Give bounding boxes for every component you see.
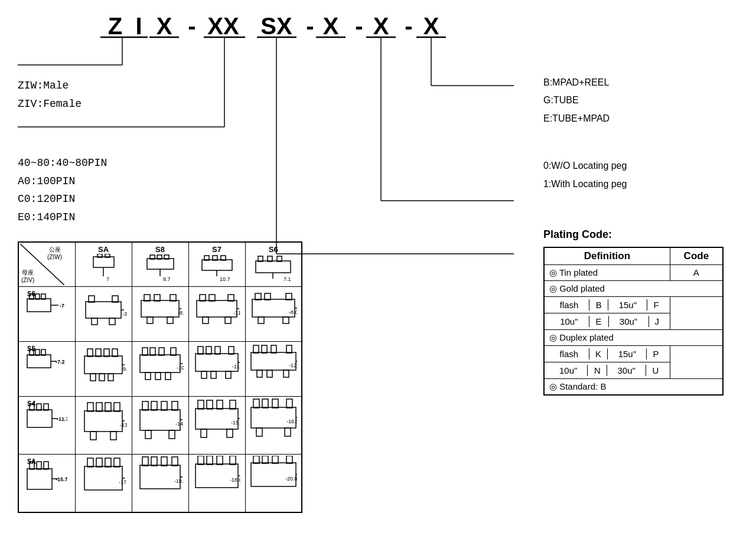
plating-row-gold-10u: 10u" E 30u" J bbox=[544, 313, 723, 329]
svg-rect-196 bbox=[140, 465, 180, 489]
cell-s4-s7: -15.0 bbox=[188, 396, 245, 454]
svg-rect-89 bbox=[283, 317, 289, 323]
svg-rect-193 bbox=[114, 458, 120, 467]
svg-text:-15.0: -15.0 bbox=[231, 420, 240, 426]
svg-rect-207 bbox=[230, 456, 236, 465]
svg-rect-173 bbox=[251, 407, 296, 428]
svg-rect-110 bbox=[142, 348, 148, 355]
svg-text:-8.0: -8.0 bbox=[178, 310, 184, 316]
plating-duplex-10u-def: 10u" N 30u" U bbox=[544, 362, 670, 378]
plating-standard-label: ◎ Standard: B bbox=[544, 378, 723, 395]
svg-text:-18.0: -18.0 bbox=[174, 478, 184, 484]
svg-rect-204 bbox=[198, 456, 204, 465]
cell-s6-s6: -8.0 bbox=[245, 286, 302, 341]
svg-rect-140 bbox=[27, 410, 52, 427]
svg-rect-88 bbox=[258, 317, 264, 323]
svg-rect-168 bbox=[230, 400, 236, 409]
svg-text:-15.7: -15.7 bbox=[56, 476, 67, 482]
svg-rect-73 bbox=[167, 317, 173, 323]
svg-rect-65 bbox=[109, 318, 115, 325]
svg-rect-125 bbox=[211, 371, 216, 378]
plating-gold-10u-def: 10u" E 30u" J bbox=[544, 313, 670, 329]
plating-table: Definition Code ◎ Tin plated A ◎ Gold pl… bbox=[543, 247, 724, 396]
plating-row-gold-flash: flash B 15u" F bbox=[544, 296, 723, 313]
plating-row-duplex-10u: 10u" N 30u" U bbox=[544, 362, 723, 378]
locating-section: 0:W/O Locating peg 1:With Locating peg bbox=[543, 157, 744, 193]
svg-rect-164 bbox=[195, 409, 238, 429]
svg-rect-36 bbox=[147, 259, 174, 269]
svg-rect-199 bbox=[161, 457, 167, 466]
svg-rect-113 bbox=[171, 348, 176, 355]
corner-top-label: 公座(ZIW) bbox=[47, 246, 62, 260]
svg-rect-115 bbox=[155, 372, 161, 380]
plating-gold-flash-def: flash B 15u" F bbox=[544, 296, 670, 313]
plating-row-standard: ◎ Standard: B bbox=[544, 378, 723, 395]
svg-rect-158 bbox=[161, 401, 167, 410]
svg-text:Z: Z bbox=[108, 13, 122, 39]
svg-rect-191 bbox=[96, 458, 102, 467]
cell-s6-s8: -8.0 bbox=[132, 286, 188, 341]
svg-rect-111 bbox=[150, 348, 155, 355]
table-row-sa: SA -15.7 bbox=[18, 454, 302, 512]
svg-rect-190 bbox=[87, 458, 93, 467]
svg-text:-11.0: -11.0 bbox=[232, 364, 240, 370]
svg-text:X: X bbox=[157, 13, 172, 39]
svg-rect-136 bbox=[284, 370, 289, 377]
cell-s5-sa: -9.0 bbox=[75, 341, 132, 396]
svg-text:8.7: 8.7 bbox=[163, 276, 171, 282]
svg-rect-81 bbox=[225, 317, 231, 323]
plating-tin-label: ◎ Tin plated bbox=[544, 264, 670, 280]
svg-rect-72 bbox=[147, 317, 153, 323]
svg-text:-3.0: -3.0 bbox=[122, 311, 127, 317]
svg-text:-: - bbox=[355, 13, 363, 39]
svg-rect-130 bbox=[253, 345, 259, 353]
svg-text:-: - bbox=[188, 13, 195, 39]
ziw-female-label: ZIV:Female bbox=[18, 95, 331, 113]
svg-rect-116 bbox=[165, 372, 171, 380]
svg-rect-126 bbox=[226, 371, 231, 378]
svg-rect-160 bbox=[145, 430, 151, 439]
svg-text:7.1: 7.1 bbox=[284, 276, 291, 282]
svg-text:-14.0: -14.0 bbox=[175, 421, 184, 427]
svg-text:-10.0: -10.0 bbox=[177, 365, 184, 371]
svg-text:SA: SA bbox=[27, 458, 36, 466]
svg-rect-103 bbox=[112, 349, 118, 357]
svg-rect-48 bbox=[256, 261, 291, 273]
svg-text:X: X bbox=[423, 13, 439, 39]
svg-text:SX: SX bbox=[260, 13, 292, 39]
cell-sa-s6: -20.0 bbox=[245, 454, 302, 512]
svg-rect-177 bbox=[286, 399, 292, 408]
svg-rect-131 bbox=[262, 345, 267, 353]
svg-rect-93 bbox=[27, 355, 51, 368]
svg-text:-13.0: -13.0 bbox=[120, 422, 127, 428]
svg-rect-174 bbox=[253, 399, 259, 408]
svg-rect-133 bbox=[286, 345, 292, 353]
svg-rect-198 bbox=[151, 457, 157, 466]
col-header-sa: SA 7 bbox=[75, 242, 132, 287]
svg-rect-189 bbox=[84, 466, 122, 490]
col-header-s8: S8 8.7 bbox=[132, 242, 188, 287]
pin-label-40-80: 40~80:40~80PIN bbox=[18, 154, 331, 172]
svg-rect-179 bbox=[285, 428, 291, 436]
svg-text:-: - bbox=[306, 13, 314, 39]
connector-table: 公座(ZIW) 母座(ZIV) SA 7 bbox=[18, 241, 302, 513]
svg-text:-12.0: -12.0 bbox=[289, 362, 297, 368]
corner-bottom-label: 母座(ZIV) bbox=[21, 269, 34, 283]
cell-s4-sa: -13.0 bbox=[75, 396, 132, 454]
svg-rect-150 bbox=[114, 403, 120, 411]
plating-col-definition: Definition bbox=[544, 247, 670, 265]
svg-rect-185 bbox=[37, 462, 41, 469]
cell-s4-s8: -14.0 bbox=[132, 396, 188, 454]
svg-rect-55 bbox=[27, 299, 51, 312]
svg-rect-147 bbox=[87, 403, 93, 411]
svg-rect-206 bbox=[217, 456, 223, 465]
svg-rect-169 bbox=[201, 429, 207, 437]
svg-text:-17.0: -17.0 bbox=[119, 479, 127, 485]
svg-rect-214 bbox=[286, 456, 292, 463]
cell-s5-s7: -11.0 bbox=[188, 341, 245, 396]
svg-text:-7.2: -7.2 bbox=[56, 359, 65, 365]
svg-rect-146 bbox=[84, 411, 122, 432]
packaging-section: B:MPAD+REEL G:TUBE E:TUBE+MPAD bbox=[543, 74, 744, 128]
svg-rect-186 bbox=[44, 462, 48, 469]
svg-text:-: - bbox=[405, 13, 412, 39]
